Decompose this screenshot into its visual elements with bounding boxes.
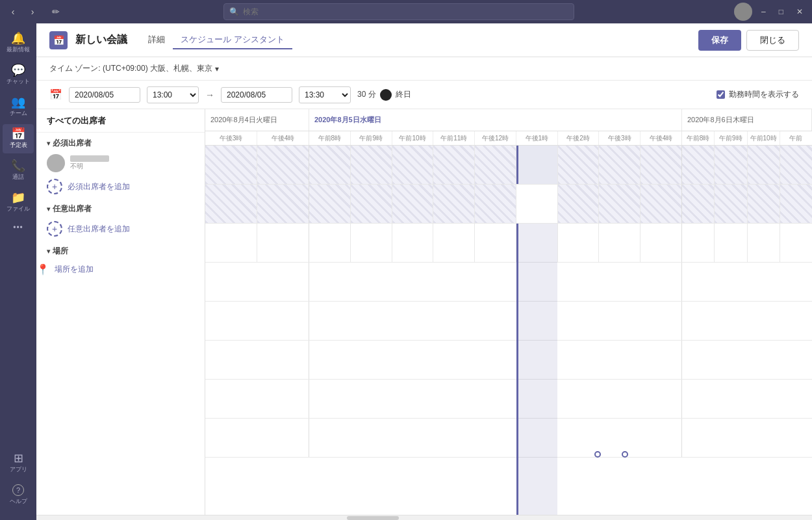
- sidebar-item-label: ファイル: [6, 205, 30, 213]
- arrow-icon: →: [205, 90, 214, 100]
- grid-cell-hatched: [780, 146, 812, 184]
- time-label: 午前9時: [715, 131, 747, 145]
- meeting-header-right: 保存 閉じる: [698, 30, 799, 51]
- sidebar-item-calls[interactable]: 📞 通話: [3, 156, 34, 185]
- optional-section-header[interactable]: ▾ 任意出席者: [36, 198, 205, 217]
- meeting-header-left: 📅 新しい会議 詳細 スケジュール アシスタント: [49, 31, 292, 49]
- day3-req: [682, 185, 812, 223]
- chevron-icon: ▾: [47, 248, 50, 255]
- grid-cell-hatched: [682, 185, 715, 223]
- grid-cell-hatched: [309, 185, 351, 223]
- attendee-info: 不明: [70, 155, 109, 171]
- scrollbar-thumb[interactable]: [347, 516, 399, 520]
- back-button[interactable]: ‹: [5, 4, 21, 20]
- calendar-grid-container: 2020年8月4日火曜日 2020年8月5日水曜日 2020年8月6日木曜日: [205, 109, 812, 515]
- compose-button[interactable]: ✏: [48, 4, 64, 20]
- search-input[interactable]: [243, 7, 568, 16]
- time-label: 午前9時: [351, 131, 392, 145]
- tab-details[interactable]: 詳細: [140, 31, 173, 49]
- location-section-header: ▾ 場所: [36, 240, 205, 259]
- time-label: 午前10時: [392, 131, 434, 145]
- grid-cell-hatched: [257, 146, 309, 184]
- end-date-input[interactable]: [221, 87, 292, 103]
- grid-cell-hatched: [351, 185, 392, 223]
- start-time-select[interactable]: 13:00 13:30 14:00: [147, 86, 199, 103]
- time-labels-row: 午後3時 午後4時 午前8時 午前9時 午前10時 午前11時 午後12時 午後…: [205, 131, 812, 146]
- day1-empty: [205, 380, 309, 418]
- sidebar-item-help[interactable]: ? ヘルプ: [3, 480, 34, 510]
- title-bar: ‹ › ✏ 🔍 – □ ✕: [0, 0, 812, 23]
- show-hours-checkbox[interactable]: [717, 90, 725, 99]
- time-label: 午前8時: [309, 131, 351, 145]
- empty-row-1: [205, 263, 812, 302]
- time-label: 午後1時: [516, 131, 558, 145]
- resize-handle-right[interactable]: [622, 451, 628, 458]
- grid-cell-hatched: [392, 185, 434, 223]
- maximize-button[interactable]: □: [775, 6, 787, 18]
- meeting-block[interactable]: [516, 146, 557, 184]
- show-hours-toggle[interactable]: 勤務時間を表示する: [717, 89, 799, 100]
- time-label: 午前10時: [748, 131, 780, 145]
- add-optional-attendee-button[interactable]: + 任意出席者を追加: [36, 217, 205, 240]
- day-headers: 2020年8月4日火曜日 2020年8月5日水曜日 2020年8月6日木曜日: [205, 109, 812, 131]
- day1-empty: [205, 263, 309, 301]
- title-bar-right: – □ ✕: [734, 3, 807, 21]
- chat-icon: 💬: [11, 64, 25, 76]
- window-close-button[interactable]: ✕: [793, 6, 807, 18]
- search-box[interactable]: 🔍: [223, 3, 574, 20]
- resize-handle-left[interactable]: [594, 451, 601, 458]
- end-time-select[interactable]: 13:30 14:00: [299, 86, 351, 103]
- add-required-attendee-button[interactable]: + 必須出席者を追加: [36, 175, 205, 198]
- sidebar-item-activity[interactable]: 🔔 最新情報: [3, 29, 34, 58]
- time-label: 午前: [780, 131, 812, 145]
- sidebar-item-label: アプリ: [10, 465, 27, 474]
- day1-req: [205, 185, 309, 223]
- grid-cell-hatched: [558, 185, 600, 223]
- time-label: 午後2時: [558, 131, 600, 145]
- files-icon: 📁: [11, 192, 25, 203]
- time-label: 午後4時: [257, 131, 309, 145]
- grid-cell: [309, 224, 351, 262]
- tab-schedule[interactable]: スケジュール アシスタント: [173, 31, 292, 49]
- sidebar-item-teams[interactable]: 👥 チーム: [3, 92, 34, 122]
- sidebar-item-chat[interactable]: 💬 チャット: [3, 60, 34, 90]
- grid-cell: [516, 224, 558, 262]
- grid-cell-hatched: [641, 185, 681, 223]
- day3-empty: [682, 302, 812, 340]
- forward-button[interactable]: ›: [25, 4, 40, 20]
- timezone-bar: タイム ゾーン: (UTC+09:00) 大阪、札幌、東京 ▾: [36, 57, 812, 81]
- sidebar-item-calendar[interactable]: 📅 予定表: [3, 124, 34, 153]
- scrollbar-track[interactable]: [36, 515, 812, 520]
- empty-row-3: [205, 341, 812, 380]
- start-date-input[interactable]: [69, 87, 140, 103]
- time-label: 午後3時: [599, 131, 641, 145]
- sidebar-item-files[interactable]: 📁 ファイル: [3, 188, 34, 217]
- grid-cell: [641, 224, 681, 262]
- add-optional-icon: +: [47, 221, 62, 237]
- day1-empty: [205, 419, 309, 457]
- main-layout: 🔔 最新情報 💬 チャット 👥 チーム 📅 予定表 📞 通話 📁 ファイ: [0, 23, 812, 520]
- meeting-tabs: 詳細 スケジュール アシスタント: [140, 31, 292, 49]
- save-button[interactable]: 保存: [698, 30, 741, 51]
- close-button[interactable]: 閉じる: [746, 30, 799, 51]
- attendee-item: 不明: [36, 151, 205, 175]
- add-location-button[interactable]: 📍 場所を追加: [36, 259, 205, 280]
- grid-cell-hatched: [433, 185, 475, 223]
- required-section-header[interactable]: ▾ 必須出席者: [36, 133, 205, 151]
- day3-all: [682, 146, 812, 184]
- optional-grid-row: [205, 224, 812, 263]
- sidebar-item-label: ヘルプ: [10, 497, 27, 506]
- grid-cell-hatched: [205, 185, 257, 223]
- sidebar-item-label: 最新情報: [6, 46, 30, 54]
- grid-cell-hatched: [748, 146, 780, 184]
- attendees-panel: すべての出席者 ▾ 必須出席者 不明 +: [36, 109, 205, 515]
- day-header-2: 2020年8月5日水曜日: [309, 109, 682, 131]
- sidebar-item-more[interactable]: •••: [3, 220, 34, 235]
- day1-opt: [205, 224, 309, 262]
- grid-cell-hatched: [780, 185, 812, 223]
- day3-empty: [682, 341, 812, 379]
- teams-icon: 👥: [11, 96, 25, 108]
- minimize-button[interactable]: –: [757, 6, 770, 18]
- sidebar-item-apps[interactable]: ⊞ アプリ: [3, 448, 34, 478]
- grid-cell: [475, 224, 516, 262]
